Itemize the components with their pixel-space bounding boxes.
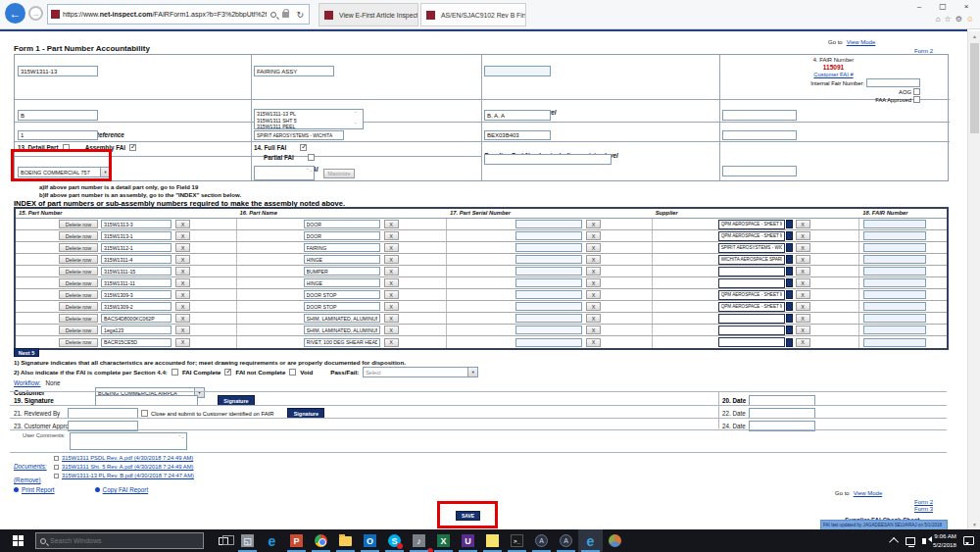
supplier-lookup-button[interactable] [786,255,793,264]
app-circle-icon-1[interactable]: A [529,529,554,552]
textarea-scroll-arrows[interactable]: ⌃⌄ [306,168,313,178]
clear-serial-button[interactable]: X [586,243,601,252]
part-serial-input[interactable] [515,278,582,287]
clear-part-number-button[interactable]: X [175,267,190,276]
clear-supplier-button[interactable]: X [796,338,810,347]
clear-part-number-button[interactable]: X [175,255,190,264]
part-serial-input[interactable] [515,326,582,334]
document-link[interactable]: 315W1311 PSDL Rev. A.pdf (4/30/2018 7:24… [62,455,193,461]
fair-number-input[interactable] [863,220,926,228]
app-circle-icon-2[interactable]: A [554,529,578,552]
supplier-input[interactable] [718,267,785,276]
part-serial-input[interactable] [515,302,582,311]
delete-row-button[interactable]: Delete row [59,278,98,287]
clear-part-name-button[interactable]: X [384,326,399,334]
part-name-input[interactable] [304,267,380,276]
volume-icon[interactable] [922,538,926,544]
search-icon[interactable] [270,12,276,18]
tab-view-e-first-article[interactable]: View E-First Article Inspection ... [318,3,418,26]
part-serial-input[interactable] [515,243,582,252]
outlook-icon[interactable]: O [358,529,382,552]
delete-row-button[interactable]: Delete row [59,314,98,323]
supplier-lookup-button[interactable] [786,314,793,323]
serial-number-field[interactable] [484,66,551,76]
clear-serial-button[interactable]: X [586,267,601,276]
part-number-input[interactable] [101,231,172,240]
view-mode-link-bottom[interactable]: View Mode [854,490,883,496]
vertical-scrollbar[interactable]: ▲ ▼ [967,31,980,529]
part-serial-input[interactable] [515,338,582,347]
supplier-input[interactable] [718,302,785,312]
supplier-input[interactable] [718,220,785,229]
favorites-star-icon[interactable]: ☆ [944,15,951,24]
aog-checkbox[interactable] [913,88,920,95]
document-checkbox[interactable] [54,456,59,461]
supplier-lookup-button[interactable] [786,231,793,240]
delete-row-button[interactable]: Delete row [59,255,98,264]
edge-icon[interactable]: e [260,529,284,552]
delete-row-button[interactable]: Delete row [59,290,98,299]
network-icon[interactable] [906,537,915,545]
supplier-input[interactable] [718,278,785,288]
fair-number-input[interactable] [863,326,926,334]
clear-supplier-button[interactable]: X [796,231,810,240]
supplier-lookup-button[interactable] [786,326,793,334]
fair-number-input[interactable] [863,314,926,323]
fair-number-input[interactable] [863,290,926,299]
clear-serial-button[interactable]: X [586,231,601,240]
close-submit-checkbox[interactable] [141,410,148,417]
part-name-input[interactable] [304,231,380,240]
sticky-notes-icon[interactable] [480,529,505,552]
clear-supplier-button[interactable]: X [796,278,810,287]
supplier-input[interactable] [718,243,785,253]
address-bar[interactable]: https://www.net-inspect.com/FAIRForm1.as… [47,4,310,25]
print-report-link[interactable]: Print Report [22,486,55,493]
search-input[interactable] [50,537,177,544]
save-button[interactable]: SAVE [456,511,480,521]
close-button[interactable]: × [955,0,978,13]
delete-row-button[interactable]: Delete row [59,231,98,240]
clear-part-number-button[interactable]: X [175,326,190,334]
excel-icon[interactable]: X [431,529,456,552]
remove-link[interactable]: (Remove) [14,469,41,486]
clear-part-name-button[interactable]: X [384,243,399,252]
part-name-input[interactable] [304,278,380,287]
part-number-input[interactable] [101,314,172,323]
tab-as-en-sjac9102[interactable]: AS/EN/SJAC9102 Rev B First... × [420,3,526,26]
fair-number-input[interactable] [863,302,926,311]
part-serial-input[interactable] [515,267,582,276]
customer-part-number-input[interactable] [722,166,797,176]
document-link[interactable]: 315W1311 Sht. 5 Rev. A.pdf (4/30/2018 7:… [62,464,194,470]
internal-fair-input[interactable] [866,78,920,87]
clock[interactable]: 9:06 AM5/2/2018 [933,532,956,548]
part-serial-input[interactable] [515,314,582,323]
supplier-lookup-button[interactable] [786,338,793,347]
customer-fai-link[interactable]: Customer FAI # [813,72,853,77]
fair-number-input[interactable] [863,278,926,287]
url-text[interactable]: https://www.net-inspect.com/FAIRForm1.as… [63,11,267,18]
supplier-lookup-button[interactable] [786,267,793,276]
clear-serial-button[interactable]: X [586,255,601,264]
scrollbar-thumb[interactable] [970,43,979,133]
mfg-process-ref-field[interactable] [18,130,98,140]
part-serial-input[interactable] [515,231,582,240]
supplier-input[interactable] [718,337,785,347]
clear-part-number-button[interactable]: X [175,314,190,323]
minimize-button[interactable]: – [907,0,931,13]
clear-supplier-button[interactable]: X [796,220,810,228]
supplier-lookup-button[interactable] [786,302,793,311]
clear-part-name-button[interactable]: X [384,278,399,287]
maximize-button[interactable]: ▢ [931,0,955,13]
baseline-part-number-input[interactable] [484,154,612,165]
part-number-input[interactable] [101,243,172,252]
back-button[interactable]: ← [5,3,25,24]
part-name-input[interactable] [304,326,380,334]
clear-serial-button[interactable]: X [586,220,601,228]
clear-part-number-button[interactable]: X [175,290,190,299]
document-checkbox[interactable] [54,465,59,470]
clear-supplier-button[interactable]: X [796,255,810,264]
document-checkbox[interactable] [54,474,59,478]
part-number-input[interactable] [101,290,172,299]
file-explorer-icon[interactable] [333,529,358,552]
powerpoint-icon[interactable]: P [284,529,309,552]
